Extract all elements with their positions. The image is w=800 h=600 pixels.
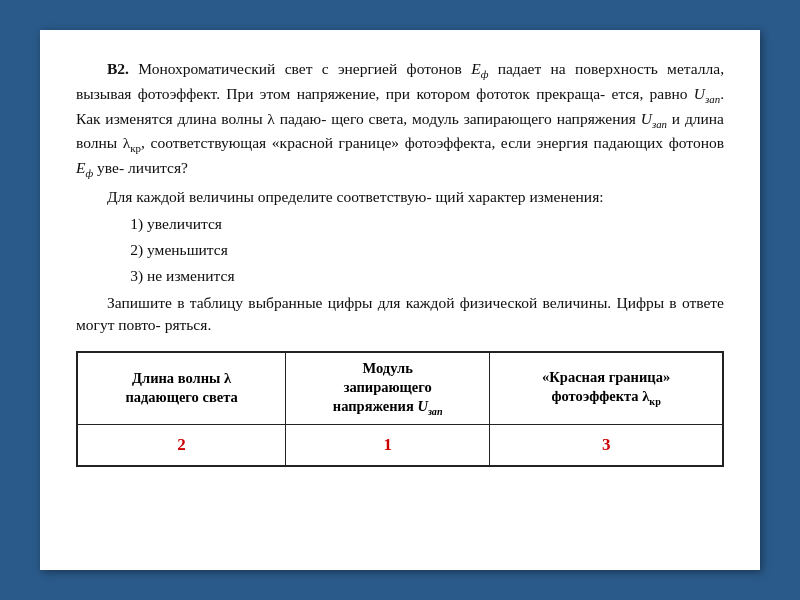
list-item-1: 1) увеличится: [130, 213, 724, 235]
e-phi: Eф: [471, 60, 488, 77]
content-card: B2. Монохроматический свет с энергией фо…: [40, 30, 760, 570]
table-answer-row: 2 1 3: [78, 424, 723, 465]
table-header-row: Длина волны λпадающего света Модульзапир…: [78, 352, 723, 424]
paragraph-3: Запишите в таблицу выбранные цифры для к…: [76, 292, 724, 337]
col-header-kr: «Красная граница»фотоэффекта λкр: [490, 352, 723, 424]
col-header-u: Модульзапирающегонапряжения Uзап: [286, 352, 490, 424]
text-block: B2. Монохроматический свет с энергией фо…: [76, 58, 724, 337]
question-label: B2.: [107, 60, 129, 77]
para1-text-a: Монохроматический свет с энергией фотоно…: [76, 60, 724, 176]
answer-table-wrapper: Длина волны λпадающего света Модульзапир…: [76, 351, 724, 467]
paragraph-1: B2. Монохроматический свет с энергией фо…: [76, 58, 724, 182]
u-zap: Uзап: [694, 85, 720, 102]
answer-u: 1: [286, 424, 490, 465]
u-zap-2: Uзап: [641, 110, 667, 127]
list-item-2: 2) уменьшится: [130, 239, 724, 261]
paragraph-2: Для каждой величины определите соответст…: [76, 186, 724, 208]
list-item-3: 3) не изменится: [130, 265, 724, 287]
answer-table: Длина волны λпадающего света Модульзапир…: [77, 352, 723, 466]
answer-kr: 3: [490, 424, 723, 465]
answer-lambda: 2: [78, 424, 286, 465]
col-header-lambda: Длина волны λпадающего света: [78, 352, 286, 424]
e-phi-2: Eф: [76, 159, 93, 176]
